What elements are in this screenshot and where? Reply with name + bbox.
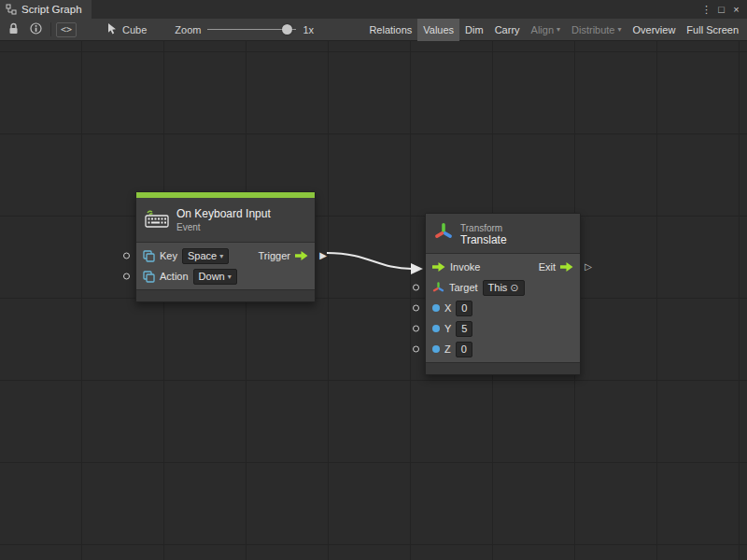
port-row-action: Action Down ▾ bbox=[136, 266, 315, 287]
zoom-slider-knob[interactable] bbox=[282, 24, 292, 35]
flow-arrow-icon bbox=[432, 261, 445, 273]
flow-arrow-icon bbox=[295, 250, 308, 261]
node-subtitle: Event bbox=[176, 222, 271, 232]
graph-canvas[interactable]: On Keyboard Input Event Key Space bbox=[0, 41, 747, 560]
invoke-exit-row: Invoke Exit ▷ bbox=[426, 257, 580, 277]
node-header[interactable]: On Keyboard Input Event bbox=[136, 198, 315, 243]
output-port-trigger[interactable]: ▶ bbox=[319, 251, 327, 260]
float-type-icon bbox=[432, 304, 440, 312]
node-header[interactable]: Transform Translate bbox=[426, 214, 580, 254]
port-label-key: Key bbox=[160, 250, 177, 261]
node-footer bbox=[426, 362, 580, 374]
input-port-y[interactable] bbox=[413, 326, 419, 332]
code-icon: <> bbox=[61, 24, 72, 35]
values-button[interactable]: Values bbox=[417, 19, 459, 41]
port-row-x: X 0 bbox=[426, 298, 580, 318]
zoom-label: Zoom bbox=[175, 24, 201, 35]
inspect-button[interactable] bbox=[25, 21, 46, 39]
titlebar: Script Graph ⋮ □ × bbox=[0, 0, 747, 19]
carry-button[interactable]: Carry bbox=[489, 19, 526, 41]
align-button[interactable]: Align ▾ bbox=[526, 19, 566, 41]
node-title: On Keyboard Input bbox=[176, 207, 271, 220]
port-row-z: Z 0 bbox=[426, 339, 580, 359]
port-row-y: Y 5 bbox=[426, 318, 580, 339]
connection-layer bbox=[0, 41, 747, 560]
node-on-keyboard-input[interactable]: On Keyboard Input Event Key Space bbox=[135, 191, 316, 302]
key-dropdown[interactable]: Space ▾ bbox=[182, 248, 229, 264]
edit-script-button[interactable]: <> bbox=[56, 22, 77, 37]
target-object-value: This bbox=[488, 282, 508, 294]
y-value-field[interactable]: 5 bbox=[456, 321, 472, 337]
port-label-target: Target bbox=[449, 282, 478, 293]
input-port-target[interactable] bbox=[413, 285, 419, 291]
port-label-action: Action bbox=[160, 271, 189, 282]
input-port-x[interactable] bbox=[413, 305, 419, 312]
input-port-action[interactable] bbox=[123, 273, 130, 280]
relations-button[interactable]: Relations bbox=[363, 19, 417, 41]
script-graph-window: Script Graph ⋮ □ × bbox=[0, 0, 747, 560]
port-row-key: Key Space ▾ Trigger ▶ bbox=[136, 245, 315, 266]
node-footer bbox=[136, 289, 315, 301]
graph-target[interactable]: Cube bbox=[106, 22, 147, 36]
window-controls: ⋮ □ × bbox=[699, 0, 747, 19]
chevron-down-icon: ▾ bbox=[228, 271, 232, 283]
target-object-name: Cube bbox=[122, 24, 147, 35]
toolbar-buttons: Relations Values Dim Carry Align ▾ Distr… bbox=[363, 19, 744, 41]
node-header-text: On Keyboard Input Event bbox=[176, 207, 271, 232]
exit-label: Exit bbox=[539, 261, 556, 273]
key-dropdown-value: Space bbox=[188, 250, 217, 262]
node-kind: Transform bbox=[460, 223, 507, 233]
node-title: Translate bbox=[460, 233, 507, 246]
object-picker-icon: ⊙ bbox=[510, 283, 518, 293]
align-label: Align bbox=[531, 24, 554, 35]
distribute-label: Distribute bbox=[571, 24, 614, 35]
fullscreen-button[interactable]: Full Screen bbox=[681, 19, 744, 41]
output-port-exit[interactable]: ▷ bbox=[585, 262, 592, 272]
node-translate[interactable]: Transform Translate Invoke Exit ▷ bbox=[425, 213, 581, 375]
port-label-x: X bbox=[444, 302, 451, 314]
flow-arrow-icon bbox=[560, 261, 573, 273]
z-value-field[interactable]: 0 bbox=[456, 342, 472, 357]
port-label-y: Y bbox=[444, 323, 451, 334]
action-dropdown-value: Down bbox=[199, 271, 225, 283]
chevron-down-icon: ▾ bbox=[618, 25, 622, 34]
chevron-down-icon: ▾ bbox=[557, 25, 560, 34]
info-icon bbox=[30, 22, 42, 37]
float-type-icon bbox=[432, 345, 440, 353]
enum-type-icon bbox=[143, 250, 155, 262]
chevron-down-icon: ▾ bbox=[219, 250, 223, 262]
trigger-label: Trigger bbox=[259, 250, 290, 261]
wire-arrowhead-icon bbox=[411, 263, 423, 274]
transform-icon bbox=[434, 221, 453, 245]
float-type-icon bbox=[432, 325, 440, 332]
script-graph-icon bbox=[6, 4, 17, 15]
transform-type-icon bbox=[432, 281, 444, 294]
target-object-field[interactable]: This ⊙ bbox=[483, 280, 525, 296]
cursor-icon bbox=[106, 22, 118, 36]
invoke-label: Invoke bbox=[450, 261, 480, 273]
dim-button[interactable]: Dim bbox=[459, 19, 489, 41]
node-body: Invoke Exit ▷ bbox=[426, 254, 580, 362]
node-header-text: Transform Translate bbox=[460, 221, 507, 246]
enum-type-icon bbox=[143, 271, 155, 283]
x-value-field[interactable]: 0 bbox=[456, 301, 472, 316]
keyboard-icon bbox=[145, 209, 169, 231]
maximize-button[interactable]: □ bbox=[714, 0, 728, 19]
overview-button[interactable]: Overview bbox=[627, 19, 682, 41]
toolbar: <> Cube Zoom 1x Relations Values Dim Car… bbox=[0, 19, 747, 41]
close-button[interactable]: × bbox=[729, 0, 743, 19]
input-port-key[interactable] bbox=[123, 253, 130, 259]
lock-button[interactable] bbox=[3, 21, 23, 39]
window-menu-button[interactable]: ⋮ bbox=[699, 0, 713, 19]
tab-label: Script Graph bbox=[21, 4, 82, 15]
tab-script-graph[interactable]: Script Graph bbox=[0, 0, 92, 19]
zoom-control: Zoom 1x bbox=[175, 21, 314, 39]
zoom-value: 1x bbox=[303, 24, 314, 35]
action-dropdown[interactable]: Down ▾ bbox=[193, 269, 237, 285]
distribute-button[interactable]: Distribute ▾ bbox=[566, 19, 627, 41]
input-port-z[interactable] bbox=[413, 346, 419, 353]
zoom-slider[interactable] bbox=[207, 21, 296, 39]
port-label-z: Z bbox=[444, 343, 451, 355]
port-row-target: Target This ⊙ bbox=[426, 277, 580, 298]
wire-trigger-to-invoke[interactable] bbox=[327, 253, 412, 269]
